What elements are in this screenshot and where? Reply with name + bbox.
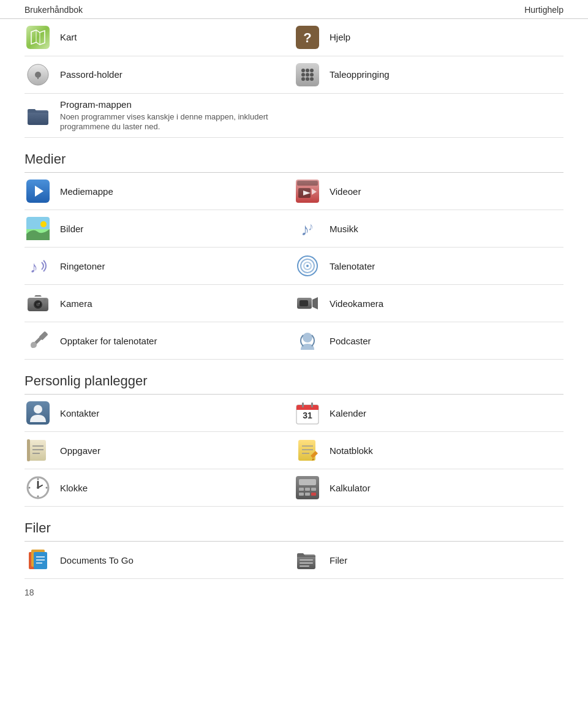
svg-point-68 <box>46 487 48 489</box>
item-col-left-medier-2: ♪ Ringetoner <box>24 248 294 284</box>
item-col-left-medier-0: Mediemappe <box>24 173 294 210</box>
item-col-right-medier-0: Videoer <box>294 173 564 210</box>
svg-point-48 <box>34 405 42 414</box>
label-medier-0-right: Videoer <box>330 186 361 198</box>
item-col-left-top-0: Kart <box>24 19 294 56</box>
svg-rect-59 <box>27 439 30 461</box>
svg-text:♪: ♪ <box>308 221 314 233</box>
label-personlig-0-left: Kontakter <box>60 407 99 420</box>
icon-podcaster <box>294 327 321 354</box>
svg-rect-89 <box>300 565 309 567</box>
item-row-personlig-2: Klokke Kalkulator <box>24 469 564 507</box>
svg-point-14 <box>306 77 309 81</box>
item-col-left-filer-0: Documents To Go <box>24 542 294 578</box>
label-medier-4-right: Podcaster <box>330 335 371 347</box>
item-row-personlig-1: Oppgaver Notatblokk <box>24 432 564 469</box>
svg-point-15 <box>310 77 314 81</box>
svg-text:?: ? <box>303 30 311 45</box>
label-top-0-left: Kart <box>60 31 77 43</box>
item-col-right-personlig-1: Notatblokk <box>294 432 564 469</box>
svg-rect-55 <box>29 440 46 461</box>
icon-documents-to-go <box>24 546 51 573</box>
svg-rect-74 <box>299 488 304 491</box>
svg-point-67 <box>29 487 31 489</box>
icon-camera <box>24 290 51 317</box>
svg-point-13 <box>301 77 305 81</box>
item-col-left-personlig-0: Kontakter <box>24 395 294 431</box>
icon-calendar: 31 <box>294 399 321 426</box>
label-medier-4-left: Opptaker for talenotater <box>60 335 157 347</box>
icon-recorder <box>24 327 51 354</box>
svg-rect-76 <box>311 488 316 491</box>
label-personlig-2-left: Klokke <box>60 482 88 494</box>
item-row-personlig-0: Kontakter 31 Kalender <box>24 395 564 432</box>
item-col-right-personlig-2: Kalkulator <box>294 469 564 506</box>
item-row-filer-0: Documents To Go Filer <box>24 542 564 579</box>
label-personlig-1-left: Oppgaver <box>60 445 100 457</box>
label-personlig-2-right: Kalkulator <box>330 482 371 494</box>
item-row-top-2: Program-mappenNoen programmer vises kans… <box>24 94 564 138</box>
svg-rect-51 <box>296 408 318 410</box>
item-col-right-top-1: Taleoppringing <box>294 56 564 93</box>
svg-rect-87 <box>300 559 313 561</box>
icon-contacts <box>24 399 51 426</box>
item-row-medier-2: ♪ Ringetoner Talenotater <box>24 248 564 285</box>
item-col-right-top-0: ? Hjelp <box>294 19 564 56</box>
icon-password <box>24 61 51 88</box>
page-footer: 18 <box>0 579 588 606</box>
svg-point-33 <box>306 265 309 267</box>
svg-rect-88 <box>300 562 313 564</box>
label-medier-2-left: Ringetoner <box>60 260 105 273</box>
section-title-medier: Medier <box>24 138 564 173</box>
icon-folder <box>24 102 51 129</box>
label-top-1-left: Passord-holder <box>60 69 123 81</box>
svg-point-44 <box>31 342 37 348</box>
label-medier-1-right: Musikk <box>330 223 358 235</box>
svg-rect-39 <box>43 299 47 301</box>
label-top-1-right: Taleoppringing <box>330 69 390 81</box>
item-row-medier-0: Mediemappe Videoer <box>24 173 564 210</box>
icon-ringtone: ♪ <box>24 252 51 279</box>
item-col-left-personlig-2: Klokke <box>24 469 294 506</box>
svg-text:♪: ♪ <box>30 258 38 276</box>
svg-point-7 <box>301 69 305 72</box>
svg-point-9 <box>310 69 314 72</box>
label-personlig-0-right: Kalender <box>330 407 366 420</box>
icon-pictures <box>24 215 51 242</box>
svg-rect-73 <box>299 479 316 485</box>
icon-files <box>294 546 321 573</box>
item-row-top-0: Kart ? Hjelp <box>24 19 564 56</box>
svg-point-65 <box>37 478 39 480</box>
item-col-left-top-2: Program-mappenNoen programmer vises kans… <box>24 94 294 137</box>
icon-map <box>24 24 51 51</box>
sublabel: Noen programmer vises kanskje i denne ma… <box>60 112 294 133</box>
item-col-right-medier-3: Videokamera <box>294 285 564 322</box>
svg-marker-41 <box>312 297 318 309</box>
svg-rect-77 <box>299 493 304 496</box>
svg-point-71 <box>37 486 39 489</box>
label-medier-3-left: Kamera <box>60 298 92 310</box>
page-content: Kart ? Hjelp Passord-holder Ta <box>0 19 588 579</box>
label-medier-1-left: Bilder <box>60 223 83 235</box>
svg-rect-5 <box>37 75 39 79</box>
page-header: Brukerhåndbok Hurtighelp <box>0 0 588 19</box>
svg-point-46 <box>303 333 312 342</box>
svg-point-26 <box>40 221 47 227</box>
svg-point-66 <box>37 496 39 497</box>
svg-text:31: 31 <box>303 410 312 420</box>
label-personlig-1-right: Notatblokk <box>330 445 373 457</box>
label-medier-2-right: Talenotater <box>330 260 375 273</box>
icon-notes <box>294 437 321 464</box>
svg-point-12 <box>310 73 314 77</box>
icon-tasks <box>24 437 51 464</box>
section-title-filer: Filer <box>24 507 564 542</box>
icon-calculator <box>294 474 321 501</box>
icon-dial <box>294 61 321 88</box>
icon-music: ♪ ♪ <box>294 215 321 242</box>
item-col-left-personlig-1: Oppgaver <box>24 432 294 469</box>
svg-point-38 <box>39 303 40 304</box>
item-col-right-filer-0: Filer <box>294 542 564 578</box>
icon-clock <box>24 474 51 501</box>
icon-videocamera <box>294 290 321 317</box>
item-col-left-medier-3: Kamera <box>24 285 294 322</box>
